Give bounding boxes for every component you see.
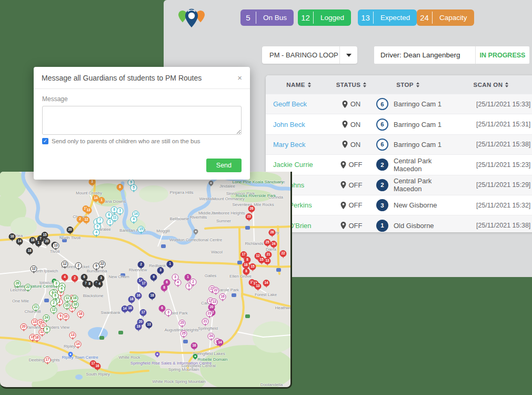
col-header-name[interactable]: NAME [266,75,332,94]
map-pin[interactable]: 20 [21,323,27,330]
col-header-scan-on[interactable]: SCAN ON [445,75,532,94]
map-pin[interactable]: 13 [85,207,92,214]
map-pin[interactable]: 22 [280,250,287,257]
map-pin[interactable]: 5 [131,184,137,191]
map-pin[interactable]: 12 [51,307,57,313]
map-pin[interactable]: 21 [33,304,39,311]
map-pin[interactable]: 20 [44,238,51,245]
map-pin[interactable]: 1 [167,261,174,268]
map-pin[interactable]: 23 [206,310,213,317]
map-pin[interactable]: 16 [94,363,101,370]
map-pin[interactable]: 26 [269,229,276,236]
map-pin[interactable]: 4 [93,229,100,236]
map-pin[interactable]: 18 [149,292,156,299]
map-pin[interactable]: 13 [146,321,153,328]
map-pin[interactable]: 17 [44,357,51,363]
map-pin[interactable]: 23 [246,213,253,220]
map-pin[interactable]: 3 [165,309,172,316]
map-pin[interactable]: 4 [58,285,65,292]
map-pin[interactable]: 12 [31,265,37,272]
map-pin[interactable]: 16 [77,311,84,318]
map-pin[interactable]: 17 [140,280,147,287]
map-pin[interactable]: 24 [43,314,50,321]
map-pin[interactable]: 11 [64,295,71,302]
map-pin[interactable]: 21 [202,318,209,325]
map-pin[interactable]: 21 [265,251,272,258]
send-button[interactable]: Send [206,159,242,172]
map-pin[interactable]: 16 [127,305,134,312]
map-pin[interactable]: 16 [135,292,142,299]
close-icon[interactable]: × [237,73,242,82]
map-pin[interactable]: 15 [138,226,145,233]
map-pin[interactable]: 17 [140,309,147,316]
map-pin[interactable]: 12 [62,261,68,268]
map-pin[interactable]: 22 [25,284,32,291]
map-pin[interactable]: 22 [99,261,106,268]
map-pin[interactable]: 12 [83,216,90,223]
map-pin[interactable]: 3 [157,267,164,274]
map-pin[interactable]: 10 [63,313,69,320]
map-pin[interactable]: 2 [72,275,78,282]
map-pin[interactable]: 6 [81,274,88,281]
map-pin[interactable]: 13 [255,283,262,290]
map-pin[interactable]: 10 [64,302,71,309]
map-pin[interactable]: 19 [135,323,142,330]
col-header-status[interactable]: STATUS [332,75,371,94]
map-pin[interactable]: 1 [35,240,42,246]
student-name-link[interactable]: Mary Beck [266,141,332,149]
map-pin[interactable]: 13 [264,258,271,264]
map-pin[interactable]: 15 [249,263,256,270]
map-pin[interactable]: 8 [161,284,168,291]
map-pin[interactable]: 3 [172,274,179,281]
map-pin[interactable]: 14 [16,238,23,245]
map-pin[interactable]: 18 [128,296,135,303]
map-pin[interactable]: 8 [117,184,124,191]
map-pin[interactable]: 16 [72,301,79,308]
map-pin[interactable]: 14 [263,280,270,287]
map-pin[interactable]: 6 [159,305,166,312]
map-pin[interactable]: 13 [53,242,59,249]
map-pin[interactable]: 2 [138,261,145,268]
map-pin[interactable]: 16 [191,342,198,349]
map-pin[interactable]: 9 [44,326,51,333]
map-pin[interactable]: 8 [52,292,59,299]
map-pin[interactable]: 2 [51,300,57,307]
map-pin[interactable]: 4 [131,216,137,223]
map-pin[interactable]: 4 [62,274,68,281]
route-map[interactable]: Mount CrosbyKarana DownsMuirleaNorth Tiv… [0,172,292,389]
map-pin[interactable]: 16 [9,233,16,240]
map-pin[interactable]: 20 [67,226,74,233]
map-pin[interactable]: 25 [179,320,186,327]
student-name-link[interactable]: John Beck [266,121,332,129]
map-pin[interactable]: 1 [107,219,114,225]
map-pin[interactable]: 1 [98,197,105,204]
map-pin[interactable]: 5 [186,283,193,290]
map-pin[interactable]: 22 [213,287,219,294]
map-pin[interactable]: 13 [69,332,76,339]
student-name-link[interactable]: Jackie Currie [266,161,332,169]
map-pin[interactable]: 25 [180,330,187,337]
col-header-stop[interactable]: STOP [371,75,445,94]
map-pin[interactable]: 25 [264,239,271,246]
send-only-checkbox[interactable]: ✓ [42,138,48,144]
route-dropdown[interactable]: PM - BARINGO LOOP [262,46,357,64]
student-name-link[interactable]: Geoff Beck [266,100,332,108]
map-pin[interactable]: 26 [248,205,255,212]
map-pin[interactable]: 8 [86,281,93,288]
map-pin[interactable]: 16 [219,293,226,300]
map-pin[interactable]: 14 [75,341,82,348]
map-pin[interactable]: 16 [34,334,41,341]
map-pin[interactable]: 24 [270,241,277,248]
map-pin[interactable]: 4 [96,281,103,288]
chevron-down-icon[interactable] [340,54,357,57]
status-text: ON [350,121,361,129]
map-pin[interactable]: 18 [26,248,33,254]
map-pin[interactable]: 2 [75,262,82,269]
map-pin[interactable]: 24 [208,333,215,340]
map-pin[interactable]: 26 [14,280,21,287]
message-textarea[interactable] [42,106,242,135]
map-pin[interactable]: 8 [243,268,250,275]
map-pin[interactable]: 14 [217,339,224,346]
map-pin[interactable]: 9 [150,274,157,281]
map-pin[interactable]: 3 [117,208,124,214]
